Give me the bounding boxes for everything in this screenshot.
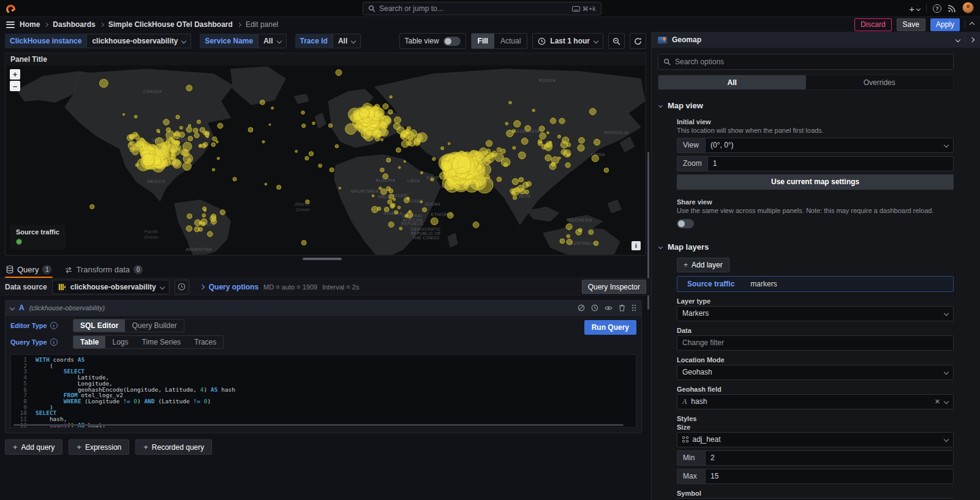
svg-text:SUDAN: SUDAN <box>425 202 441 206</box>
layer-row[interactable]: Source traffic markers <box>677 276 954 292</box>
datasource-help-button[interactable] <box>175 280 189 294</box>
history-icon[interactable] <box>591 304 598 312</box>
menu-icon[interactable] <box>6 20 15 29</box>
grafana-logo[interactable] <box>6 3 17 14</box>
variable-value-dropdown[interactable]: All <box>333 34 361 48</box>
layer-type-select[interactable]: Markers <box>677 306 954 321</box>
breadcrumb-home[interactable]: Home <box>20 20 40 29</box>
options-search[interactable] <box>658 54 954 70</box>
refresh-button[interactable] <box>630 33 646 49</box>
add-query-button[interactable]: +Add query <box>5 439 62 455</box>
help-icon[interactable]: ? <box>933 4 941 13</box>
variable-value-dropdown[interactable]: All <box>258 34 286 48</box>
section-map-layers[interactable]: Map layers <box>652 235 980 254</box>
global-search[interactable]: ⌘+k <box>363 2 601 15</box>
sql-editor[interactable]: 1WITH coords AS2(3SELECT4Latitude,5Longi… <box>10 354 636 428</box>
actual-option[interactable]: Actual <box>494 34 527 48</box>
collapse-query-icon[interactable] <box>10 305 15 310</box>
table-option[interactable]: Table <box>74 336 105 348</box>
sql-editor-option[interactable]: SQL Editor <box>74 319 125 332</box>
panel-title[interactable]: Panel Title <box>6 53 646 65</box>
map-attribution-info-icon[interactable]: i <box>631 241 641 250</box>
location-mode-select[interactable]: Geohash <box>677 365 954 380</box>
query-inspector-button[interactable]: Query Inspector <box>582 280 646 294</box>
size-label: Size <box>677 424 954 431</box>
tab-all[interactable]: All <box>658 75 806 89</box>
datasource-select[interactable]: clickhouse-observability <box>52 280 170 294</box>
symbol-select[interactable]: circle.svg ✕ <box>677 498 954 500</box>
clear-icon[interactable]: ✕ <box>935 398 940 406</box>
geohash-field-select[interactable]: A hash ✕ <box>677 394 954 409</box>
time-range-picker[interactable]: Last 1 hour <box>532 33 603 49</box>
map-zoom-in-button[interactable]: + <box>10 69 20 80</box>
svg-text:INDONESIA: INDONESIA <box>567 218 592 222</box>
apply-button[interactable]: Apply <box>930 18 960 31</box>
styles-label: Styles <box>677 415 954 422</box>
variable-value-dropdown[interactable]: clickhouse-observability <box>86 34 191 48</box>
toggle-switch[interactable] <box>443 37 461 46</box>
tab-overrides[interactable]: Overrides <box>806 75 954 89</box>
use-current-map-settings-button[interactable]: Use current map settings <box>677 174 954 190</box>
add-layer-button[interactable]: +Add layer <box>677 258 729 272</box>
panel-resize-handle[interactable] <box>303 258 342 260</box>
breadcrumb-separator <box>44 22 48 26</box>
options-search-input[interactable] <box>675 58 948 66</box>
zoom-input[interactable]: 1 <box>707 156 954 171</box>
variable-label: Service Name <box>200 34 258 48</box>
divider <box>965 35 965 44</box>
trash-icon[interactable] <box>619 304 625 312</box>
geomap-panel: Panel Title RUSSIACANADAUNITED <box>5 53 646 256</box>
visualization-picker[interactable]: Geomap <box>652 32 980 48</box>
avatar[interactable] <box>962 2 974 15</box>
max-input[interactable]: 15 <box>705 469 954 484</box>
max-label: Max <box>677 469 705 484</box>
collapse-pane-icon[interactable] <box>970 37 974 42</box>
time-series-option[interactable]: Time Series <box>135 336 187 348</box>
collapse-up-icon[interactable] <box>970 22 974 27</box>
min-input[interactable]: 2 <box>705 450 954 466</box>
disable-query-icon[interactable] <box>578 304 585 312</box>
svg-text:Pacific: Pacific <box>144 229 159 234</box>
section-map-view[interactable]: Map view <box>652 94 980 113</box>
breadcrumb-dashboards[interactable]: Dashboards <box>53 20 95 29</box>
share-view-desc: Use the same view across multiple panels… <box>677 207 954 215</box>
traces-option[interactable]: Traces <box>187 336 223 348</box>
query-builder-option[interactable]: Query Builder <box>125 319 183 332</box>
layer-name[interactable]: Source traffic <box>687 280 734 288</box>
news-icon[interactable] <box>948 4 956 13</box>
info-icon[interactable]: i <box>50 338 58 346</box>
table-view-toggle[interactable]: Table view <box>399 33 466 49</box>
drag-handle-icon[interactable] <box>631 304 636 312</box>
run-query-button[interactable]: Run Query <box>584 320 636 335</box>
info-icon[interactable]: i <box>50 322 58 329</box>
eye-icon[interactable] <box>605 305 612 312</box>
recorded-query-button[interactable]: +Recorded query <box>135 439 212 455</box>
breadcrumb-separator <box>100 22 104 26</box>
svg-text:CANADA: CANADA <box>143 89 162 94</box>
data-filter-field[interactable]: Change filter <box>677 335 954 351</box>
legend-title: Source traffic <box>16 228 59 236</box>
breadcrumb-dashboard-name[interactable]: Simple ClickHouse OTel Dashboard <box>108 20 233 29</box>
search-input[interactable] <box>379 4 568 13</box>
fill-option[interactable]: Fill <box>472 34 494 48</box>
chevron-down-icon[interactable] <box>956 37 960 42</box>
zoom-out-time-button[interactable] <box>608 33 625 49</box>
share-view-toggle[interactable] <box>677 219 694 228</box>
add-menu-button[interactable]: + <box>909 4 920 14</box>
map-canvas[interactable]: RUSSIACANADAUNITED STATESMEXICOKAZAKHSTA… <box>6 65 645 255</box>
horizontal-scrollbar[interactable] <box>13 424 624 426</box>
view-field: View (0°, 0°) <box>677 138 954 153</box>
query-header-row[interactable]: A (clickhouse-observability) <box>6 300 641 316</box>
query-options-link[interactable]: Query options <box>209 283 258 291</box>
tab-query[interactable]: Query 1 <box>5 263 53 278</box>
expression-button[interactable]: +Expression <box>69 439 129 455</box>
discard-button[interactable]: Discard <box>854 18 892 31</box>
variable-service-name: Service Name All <box>200 34 286 48</box>
view-select[interactable]: (0°, 0°) <box>705 138 954 153</box>
size-field-select[interactable]: adj_heat <box>677 432 954 447</box>
save-button[interactable]: Save <box>897 18 925 31</box>
tab-transform-data[interactable]: Transform data 0 <box>64 263 144 278</box>
symbol-label: Symbol <box>677 490 954 497</box>
map-zoom-out-button[interactable]: – <box>10 81 20 91</box>
logs-option[interactable]: Logs <box>105 336 135 348</box>
